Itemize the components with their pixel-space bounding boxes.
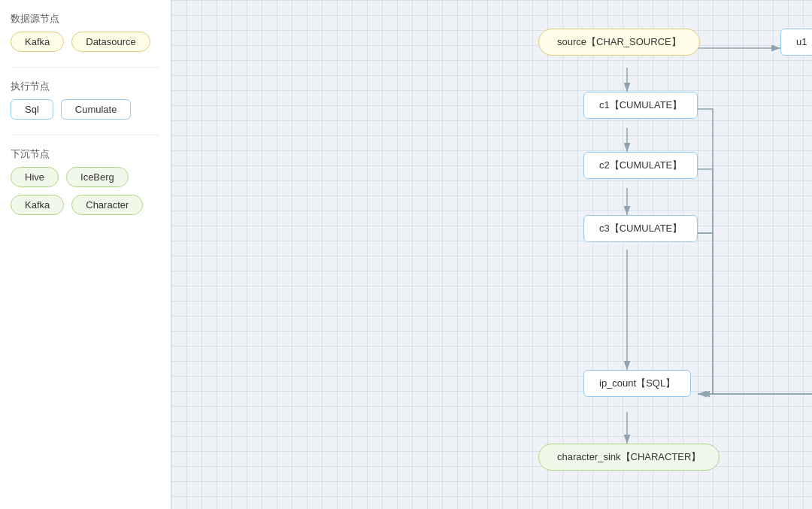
flow-node-c1-label: c1【CUMULATE】 xyxy=(599,98,682,112)
flow-canvas: source【CHAR_SOURCE】 u1【CUMULATE】 c1【CUMU… xyxy=(171,0,812,509)
flow-node-character-sink-label: character_sink【CHARACTER】 xyxy=(557,450,701,464)
flow-arrows xyxy=(171,0,812,509)
exec-nodes: Sql Cumulate xyxy=(11,99,160,120)
divider-1 xyxy=(11,67,160,68)
section-datasource: 数据源节点 Kafka Datasource xyxy=(11,9,160,58)
flow-node-character-sink[interactable]: character_sink【CHARACTER】 xyxy=(538,444,720,471)
flow-node-c2-label: c2【CUMULATE】 xyxy=(599,159,682,172)
divider-2 xyxy=(11,135,160,135)
flow-node-ip-count-label: ip_count【SQL】 xyxy=(599,377,675,390)
flow-node-u1[interactable]: u1【CUMULATE】 xyxy=(780,29,812,56)
datasource-nodes: Kafka Datasource xyxy=(11,32,160,52)
node-cumulate[interactable]: Cumulate xyxy=(61,99,132,120)
flow-node-c3[interactable]: c3【CUMULATE】 xyxy=(583,215,698,242)
section-title-sink: 下沉节点 xyxy=(11,147,160,161)
node-kafka-sink[interactable]: Kafka xyxy=(11,195,64,215)
flow-node-ip-count[interactable]: ip_count【SQL】 xyxy=(583,370,691,397)
section-title-exec: 执行节点 xyxy=(11,80,160,93)
flow-node-u1-label: u1【CUMULATE】 xyxy=(796,35,812,49)
sink-nodes: Hive IceBerg Kafka Character xyxy=(11,167,160,215)
section-exec: 执行节点 Sql Cumulate xyxy=(11,77,160,126)
node-hive[interactable]: Hive xyxy=(11,167,59,187)
node-character[interactable]: Character xyxy=(71,195,143,215)
section-title-datasource: 数据源节点 xyxy=(11,12,160,26)
node-datasource[interactable]: Datasource xyxy=(71,32,150,52)
node-kafka-source[interactable]: Kafka xyxy=(11,32,64,52)
node-iceberg[interactable]: IceBerg xyxy=(66,167,129,187)
flow-node-c1[interactable]: c1【CUMULATE】 xyxy=(583,92,698,119)
node-sql[interactable]: Sql xyxy=(11,99,53,120)
flow-node-c3-label: c3【CUMULATE】 xyxy=(599,222,682,235)
flow-node-source-label: source【CHAR_SOURCE】 xyxy=(557,35,681,49)
sidebar: 数据源节点 Kafka Datasource 执行节点 Sql Cumulate… xyxy=(0,0,171,509)
flow-node-source[interactable]: source【CHAR_SOURCE】 xyxy=(538,29,700,56)
flow-node-c2[interactable]: c2【CUMULATE】 xyxy=(583,152,698,179)
section-sink: 下沉节点 Hive IceBerg Kafka Character xyxy=(11,144,160,221)
